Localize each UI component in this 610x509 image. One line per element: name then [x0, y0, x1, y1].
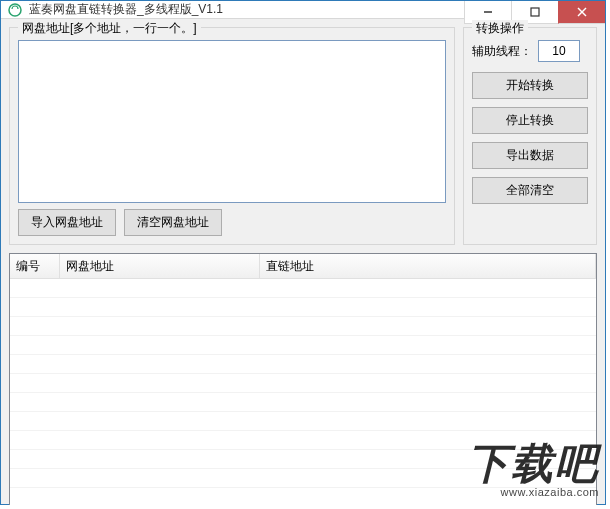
table-row[interactable]	[10, 488, 596, 505]
start-convert-button[interactable]: 开始转换	[472, 72, 588, 99]
export-data-button[interactable]: 导出数据	[472, 142, 588, 169]
operations-group-legend: 转换操作	[472, 20, 528, 37]
titlebar[interactable]: 蓝奏网盘直链转换器_多线程版_V1.1	[1, 1, 605, 19]
clear-all-button[interactable]: 全部清空	[472, 177, 588, 204]
table-row[interactable]	[10, 279, 596, 298]
table-row[interactable]	[10, 450, 596, 469]
table-row[interactable]	[10, 336, 596, 355]
minimize-icon	[483, 7, 493, 17]
clear-addresses-button[interactable]: 清空网盘地址	[124, 209, 222, 236]
import-addresses-button[interactable]: 导入网盘地址	[18, 209, 116, 236]
address-textarea[interactable]	[18, 40, 446, 203]
stop-convert-button[interactable]: 停止转换	[472, 107, 588, 134]
column-direct-link[interactable]: 直链地址	[260, 254, 596, 278]
client-area: 网盘地址[多个地址，一行一个。] 导入网盘地址 清空网盘地址 转换操作 辅助线程…	[1, 19, 605, 505]
operations-group: 转换操作 辅助线程： 开始转换 停止转换 导出数据 全部清空	[463, 27, 597, 245]
table-row[interactable]	[10, 469, 596, 488]
close-button[interactable]	[558, 1, 605, 24]
table-row[interactable]	[10, 355, 596, 374]
address-group: 网盘地址[多个地址，一行一个。] 导入网盘地址 清空网盘地址	[9, 27, 455, 245]
list-header: 编号 网盘地址 直链地址	[10, 254, 596, 279]
thread-label: 辅助线程：	[472, 43, 532, 60]
window-title: 蓝奏网盘直链转换器_多线程版_V1.1	[29, 1, 223, 18]
maximize-icon	[530, 7, 540, 17]
table-row[interactable]	[10, 298, 596, 317]
column-number[interactable]: 编号	[10, 254, 60, 278]
column-pan-address[interactable]: 网盘地址	[60, 254, 260, 278]
table-row[interactable]	[10, 317, 596, 336]
app-icon	[7, 2, 23, 18]
table-row[interactable]	[10, 431, 596, 450]
results-list[interactable]: 编号 网盘地址 直链地址	[9, 253, 597, 505]
table-row[interactable]	[10, 412, 596, 431]
close-icon	[577, 7, 587, 17]
table-row[interactable]	[10, 374, 596, 393]
thread-count-input[interactable]	[538, 40, 580, 62]
table-row[interactable]	[10, 393, 596, 412]
address-buttons: 导入网盘地址 清空网盘地址	[18, 209, 446, 236]
app-window: 蓝奏网盘直链转换器_多线程版_V1.1 网盘地址[多个地址，一行一个。]	[0, 0, 606, 505]
svg-rect-2	[531, 8, 539, 16]
thread-row: 辅助线程：	[472, 40, 588, 62]
list-body[interactable]	[10, 279, 596, 505]
top-row: 网盘地址[多个地址，一行一个。] 导入网盘地址 清空网盘地址 转换操作 辅助线程…	[9, 27, 597, 245]
address-group-legend: 网盘地址[多个地址，一行一个。]	[18, 20, 201, 37]
